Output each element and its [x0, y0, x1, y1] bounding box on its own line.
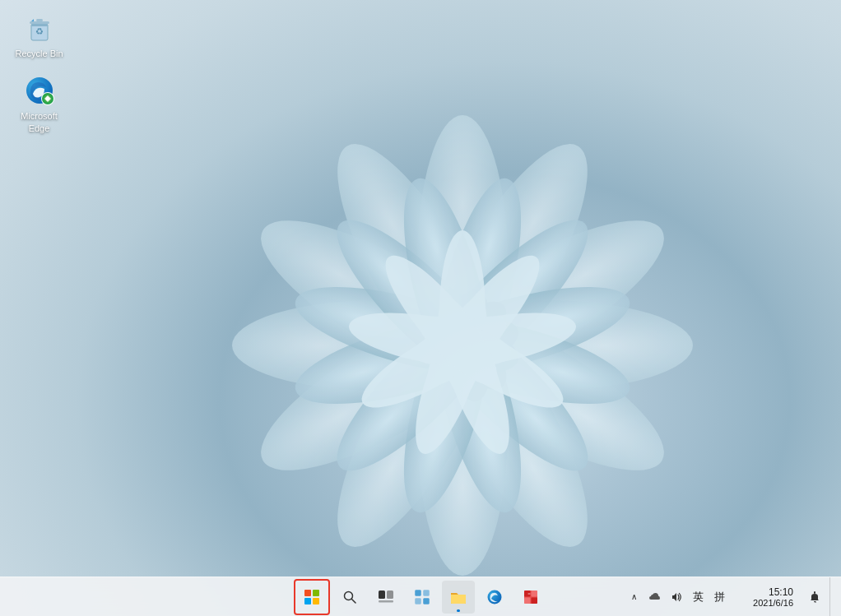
- recycle-bin-image: ♻: [23, 12, 56, 44]
- widgets-icon: [415, 590, 430, 604]
- microsoft-edge-icon[interactable]: Microsoft Edge: [8, 71, 70, 137]
- notification-icon: [808, 591, 821, 604]
- taskbar-center: [294, 579, 547, 615]
- windows-logo-icon: [304, 590, 319, 604]
- svg-rect-56: [532, 591, 538, 597]
- speaker-icon: [671, 591, 682, 603]
- ime-mode-button[interactable]: 拼: [709, 582, 729, 612]
- start-button-wrapper: [294, 579, 330, 615]
- tray-overflow-button[interactable]: ∧: [624, 582, 644, 612]
- taskbar: ∧ 英: [0, 577, 841, 616]
- chevron-icon: ∧: [631, 592, 637, 601]
- wallpaper: [0, 0, 841, 616]
- win-pane-yellow: [313, 598, 319, 604]
- task-view-icon: [379, 591, 393, 604]
- edge-image: [23, 74, 56, 107]
- network-icon[interactable]: [645, 582, 665, 612]
- system-tray: ∧ 英: [620, 577, 841, 617]
- svg-rect-59: [814, 591, 815, 594]
- svg-rect-46: [379, 591, 385, 599]
- task-view-button[interactable]: [369, 581, 402, 614]
- volume-icon[interactable]: [667, 582, 686, 612]
- recycle-bin-label: Recycle Bin: [15, 48, 63, 59]
- ime-mode-label: 拼: [714, 590, 725, 604]
- desktop: ♻ Recycle Bin: [0, 0, 841, 616]
- svg-rect-48: [379, 600, 393, 603]
- win-pane-blue: [304, 598, 311, 604]
- search-button[interactable]: [333, 581, 366, 614]
- file-explorer-icon: [450, 590, 467, 604]
- svg-text:♻: ♻: [35, 26, 44, 36]
- desktop-icons: ♻ Recycle Bin: [8, 8, 70, 137]
- svg-rect-50: [424, 590, 430, 595]
- svg-rect-52: [424, 598, 430, 604]
- svg-rect-47: [387, 591, 393, 599]
- svg-line-45: [352, 599, 356, 603]
- clock-time: 15:10: [769, 586, 793, 598]
- edge-taskbar-icon: [487, 590, 502, 604]
- svg-rect-35: [30, 21, 49, 24]
- svg-rect-49: [416, 590, 421, 595]
- search-icon: [343, 591, 356, 604]
- svg-rect-36: [36, 19, 43, 21]
- svg-rect-51: [416, 598, 421, 604]
- start-button[interactable]: [295, 581, 328, 614]
- file-explorer-button[interactable]: [442, 581, 475, 614]
- edge-taskbar-button[interactable]: [478, 581, 511, 614]
- svg-marker-38: [31, 19, 34, 21]
- ime-lang-button[interactable]: 英: [688, 582, 708, 612]
- cloud-network-icon: [648, 592, 662, 602]
- clock-date: 2021/6/16: [753, 598, 793, 608]
- store-icon: [523, 590, 538, 604]
- edge-label-line2: Edge: [29, 123, 50, 134]
- tray-icons: ∧ 英: [620, 582, 732, 612]
- wallpaper-flower: [174, 49, 750, 617]
- edge-label-line1: Microsoft: [21, 110, 58, 122]
- store-button[interactable]: [514, 581, 547, 614]
- clock[interactable]: 15:10 2021/6/16: [734, 577, 800, 617]
- win-pane-red: [304, 590, 311, 596]
- widgets-button[interactable]: [406, 581, 439, 614]
- svg-rect-57: [524, 597, 531, 604]
- notification-button[interactable]: [802, 577, 828, 617]
- svg-rect-58: [532, 597, 538, 604]
- recycle-bin-icon[interactable]: ♻ Recycle Bin: [8, 8, 70, 63]
- win-pane-green: [313, 590, 319, 596]
- show-desktop-button[interactable]: [829, 577, 834, 617]
- ime-lang-label: 英: [693, 590, 704, 604]
